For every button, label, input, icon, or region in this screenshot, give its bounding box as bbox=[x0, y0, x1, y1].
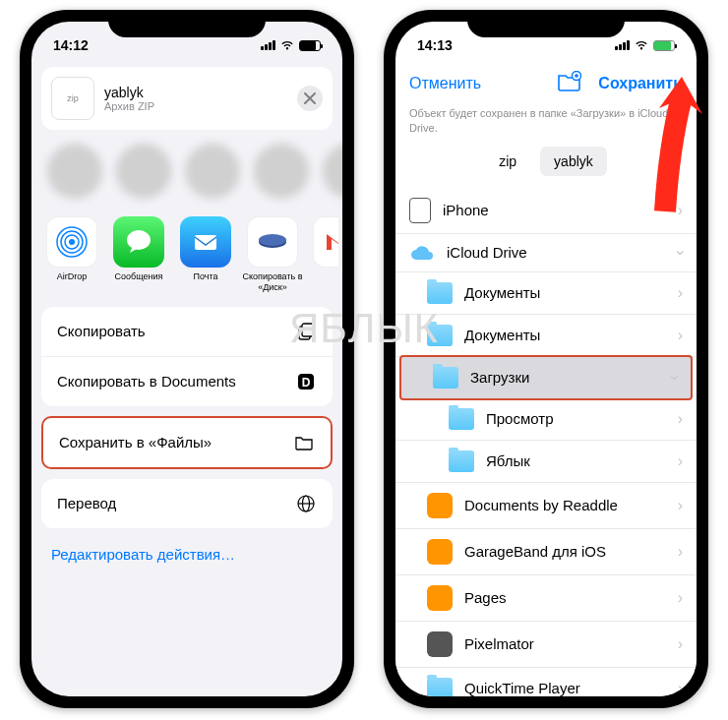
folder-icon bbox=[427, 325, 453, 346]
chevron-right-icon: › bbox=[678, 543, 683, 561]
save-hint: Объект будет сохранен в папке «Загрузки»… bbox=[395, 106, 697, 147]
folder-label: Документы bbox=[464, 327, 540, 343]
chevron-right-icon: › bbox=[678, 452, 683, 470]
actions-group-2: Перевод bbox=[41, 479, 333, 528]
wifi-icon bbox=[634, 39, 649, 51]
crumb-filename[interactable]: yablyk bbox=[540, 147, 607, 176]
contact-avatar[interactable] bbox=[254, 144, 309, 199]
app-label: AirDrop bbox=[57, 271, 88, 282]
cloud-icon bbox=[409, 244, 435, 262]
app-disk[interactable]: Скопировать в «Диск» bbox=[242, 216, 303, 293]
disk-icon bbox=[247, 216, 298, 268]
globe-icon bbox=[295, 493, 317, 514]
app-icon bbox=[427, 585, 453, 611]
action-label: Скопировать в Documents bbox=[57, 373, 236, 390]
app-airdrop[interactable]: AirDrop bbox=[41, 216, 102, 282]
action-save-files[interactable]: Сохранить в «Файлы» bbox=[43, 418, 331, 467]
folder-row[interactable]: iPhone› bbox=[395, 188, 697, 234]
app-label: Почта bbox=[194, 271, 218, 282]
action-copy[interactable]: Скопировать bbox=[41, 307, 333, 357]
action-save-files-highlight: Сохранить в «Файлы» bbox=[41, 416, 333, 469]
svg-rect-9 bbox=[302, 324, 313, 336]
folder-label: Яблык bbox=[486, 452, 530, 469]
save-button[interactable]: Сохранить bbox=[598, 75, 683, 92]
chevron-right-icon: › bbox=[678, 327, 683, 344]
app-gmail[interactable] bbox=[309, 216, 338, 268]
folder-row[interactable]: Documents by Readdle› bbox=[395, 483, 697, 529]
folder-row[interactable]: iCloud Drive› bbox=[395, 234, 697, 272]
folder-icon bbox=[433, 367, 458, 389]
chevron-right-icon: › bbox=[678, 410, 683, 428]
folder-row[interactable]: Pixelmator› bbox=[395, 622, 697, 668]
copy-icon bbox=[295, 321, 317, 342]
app-label: Сообщения bbox=[115, 271, 163, 282]
wifi-icon bbox=[279, 39, 295, 51]
folder-row[interactable]: GarageBand для iOS› bbox=[395, 529, 697, 575]
action-copy-documents[interactable]: Скопировать в Documents D bbox=[41, 357, 333, 406]
actions-group-1: Скопировать Скопировать в Documents D bbox=[41, 307, 333, 406]
svg-point-4 bbox=[127, 230, 151, 250]
folder-label: Documents by Readdle bbox=[464, 497, 618, 513]
phone-right: 14:13 Отменить Сохранить Объект будет со… bbox=[384, 10, 708, 708]
nav-bar: Отменить Сохранить bbox=[395, 61, 697, 106]
gmail-icon bbox=[313, 216, 338, 268]
folder-icon bbox=[427, 678, 453, 696]
close-button[interactable] bbox=[297, 86, 323, 111]
folder-list: iPhone›iCloud Drive›Документы›Документы›… bbox=[395, 188, 697, 696]
file-meta: Архив ZIP bbox=[104, 100, 297, 112]
folder-row[interactable]: Просмотр› bbox=[395, 398, 697, 441]
folder-label: iCloud Drive bbox=[447, 244, 527, 261]
status-time: 14:13 bbox=[417, 37, 546, 53]
new-folder-button[interactable] bbox=[557, 71, 582, 96]
action-label: Сохранить в «Файлы» bbox=[59, 434, 212, 450]
chevron-down-icon: › bbox=[678, 244, 683, 262]
folder-icon bbox=[449, 450, 474, 472]
folder-label: Документы bbox=[464, 284, 540, 301]
folder-icon bbox=[449, 408, 474, 430]
apps-row: AirDrop Сообщения Почта Скопировать в «Д… bbox=[31, 212, 342, 307]
signal-icon bbox=[261, 40, 275, 50]
phone-left: 14:12 zip yablyk Архив ZIP AirDrop bbox=[20, 10, 354, 708]
file-badge: zip bbox=[51, 77, 94, 120]
breadcrumb: zip yablyk bbox=[395, 147, 697, 188]
contact-avatar[interactable] bbox=[116, 144, 171, 199]
folder-label: Pages bbox=[464, 589, 507, 606]
chevron-right-icon: › bbox=[678, 589, 683, 607]
folder-row[interactable]: Pages› bbox=[395, 575, 697, 622]
share-header: zip yablyk Архив ZIP bbox=[41, 67, 333, 130]
contact-avatar[interactable] bbox=[47, 144, 102, 199]
app-icon bbox=[427, 631, 453, 657]
app-messages[interactable]: Сообщения bbox=[108, 216, 169, 282]
folder-row[interactable]: Яблык› bbox=[395, 441, 697, 483]
airdrop-icon bbox=[46, 216, 97, 268]
folder-icon bbox=[427, 282, 453, 304]
contact-avatar[interactable] bbox=[185, 144, 240, 199]
notch bbox=[108, 10, 266, 37]
folder-row[interactable]: QuickTime Player› bbox=[395, 668, 697, 696]
folder-row[interactable]: Документы› bbox=[395, 315, 697, 357]
contacts-row bbox=[31, 130, 342, 212]
folder-row[interactable]: Документы› bbox=[395, 272, 697, 315]
battery-charging-icon bbox=[653, 40, 675, 51]
svg-text:D: D bbox=[302, 376, 311, 390]
action-label: Скопировать bbox=[57, 323, 146, 339]
signal-icon bbox=[615, 40, 630, 50]
chevron-right-icon: › bbox=[678, 635, 683, 653]
device-icon bbox=[409, 198, 431, 223]
svg-point-7 bbox=[259, 234, 286, 246]
action-label: Перевод bbox=[57, 495, 116, 511]
contact-avatar[interactable] bbox=[323, 144, 342, 199]
crumb-extension: zip bbox=[485, 147, 530, 176]
folder-row[interactable]: Загрузки› bbox=[399, 355, 693, 400]
action-translate[interactable]: Перевод bbox=[41, 479, 333, 528]
app-icon bbox=[427, 539, 453, 565]
chevron-right-icon: › bbox=[678, 284, 683, 302]
chevron-right-icon: › bbox=[678, 680, 683, 696]
folder-label: GarageBand для iOS bbox=[464, 543, 606, 560]
cancel-button[interactable]: Отменить bbox=[409, 75, 481, 92]
edit-actions-link[interactable]: Редактировать действия… bbox=[31, 528, 342, 580]
folder-label: Просмотр bbox=[486, 410, 554, 427]
close-icon bbox=[304, 92, 316, 104]
app-mail[interactable]: Почта bbox=[175, 216, 236, 282]
notch bbox=[467, 10, 625, 37]
